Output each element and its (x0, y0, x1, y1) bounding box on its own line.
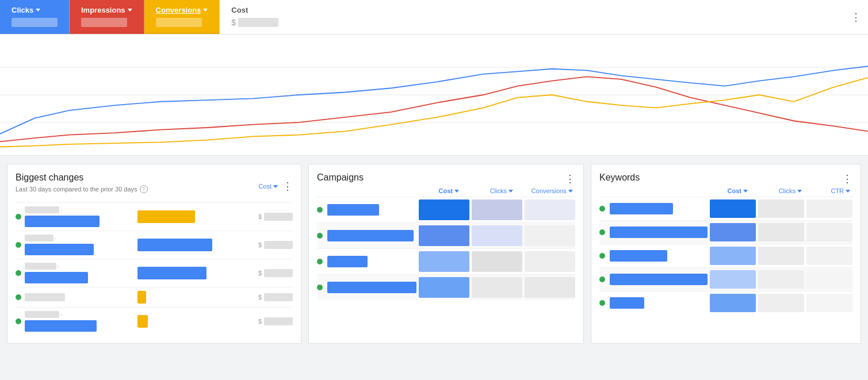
campaign-row-1 (317, 197, 575, 222)
campaign-conv-4 (525, 277, 575, 298)
keywords-rows (599, 197, 852, 314)
keywords-cost-dropdown[interactable] (743, 190, 748, 193)
name-bar-3 (25, 272, 88, 283)
campaign-row-2 (317, 222, 575, 248)
keyword-ctr-5 (806, 294, 852, 312)
name-bar-5 (25, 320, 97, 332)
keyword-row-3 (599, 244, 852, 267)
conversions-line (0, 78, 868, 147)
value-3: $ (247, 269, 293, 277)
campaign-name-3 (327, 256, 416, 267)
change-row-4: $ (16, 287, 293, 307)
green-dot-4 (16, 294, 21, 300)
change-row-3: › $ (16, 259, 293, 287)
campaign-name-2 (327, 230, 416, 241)
campaigns-clicks-col[interactable]: Clicks (461, 187, 513, 194)
sublabel-2: › (25, 235, 134, 241)
keyword-cost-2 (710, 223, 756, 241)
campaigns-header: Campaigns ⋮ (317, 172, 575, 185)
tab-clicks[interactable]: Clicks (0, 0, 70, 34)
keyword-name-5 (610, 297, 708, 309)
keywords-clicks-dropdown[interactable] (797, 190, 802, 193)
keyword-name-4 (610, 274, 708, 285)
tab-conversions[interactable]: Conversions (144, 0, 220, 34)
campaigns-conversions-dropdown[interactable] (568, 190, 573, 193)
campaign-clicks-1 (472, 199, 522, 220)
keywords-ctr-dropdown[interactable] (846, 190, 850, 193)
keyword-cost-4 (710, 270, 756, 289)
biggest-changes-panel: Biggest changes Last 30 days compared to… (7, 164, 301, 344)
impressions-value (81, 18, 127, 27)
bar-group-4 (137, 291, 243, 304)
arrow-5: › (60, 312, 62, 317)
campaign-conv-3 (525, 251, 575, 272)
keywords-ctr-col[interactable]: CTR (804, 187, 850, 194)
sublabel-5: › (25, 311, 134, 318)
cost-col-dropdown[interactable] (273, 185, 278, 188)
campaigns-cost-col[interactable]: Cost (407, 187, 459, 194)
help-icon[interactable]: ? (140, 185, 148, 193)
keywords-col-headers: Cost Clicks CTR (599, 187, 852, 194)
bar-3 (137, 267, 207, 279)
campaign-cost-1 (419, 199, 469, 220)
campaign-clicks-4 (472, 277, 522, 298)
campaign-cost-4 (419, 277, 469, 298)
impressions-dropdown-arrow[interactable] (128, 9, 132, 11)
biggest-changes-cost-label[interactable]: Cost (258, 183, 278, 190)
campaigns-cost-dropdown[interactable] (454, 190, 459, 193)
metric-more-button[interactable]: ⋮ (851, 11, 861, 24)
campaigns-more[interactable]: ⋮ (565, 172, 575, 185)
campaigns-title: Campaigns (317, 172, 364, 183)
green-dot-3 (16, 270, 21, 276)
green-dot-2 (16, 242, 21, 248)
change-label-1: › (25, 206, 134, 227)
keywords-more[interactable]: ⋮ (842, 172, 852, 185)
keyword-cost-3 (710, 247, 756, 265)
biggest-changes-more[interactable]: ⋮ (282, 180, 293, 193)
clicks-dropdown-arrow[interactable] (36, 9, 40, 11)
keywords-cost-col[interactable]: Cost (696, 187, 748, 194)
clicks-value (12, 18, 58, 27)
keyword-cost-1 (710, 199, 756, 218)
bar-2 (137, 239, 212, 251)
change-row-5: › $ (16, 307, 293, 335)
campaign-row-4 (317, 274, 575, 300)
tab-clicks-label: Clicks (12, 6, 58, 14)
keyword-row-5 (599, 291, 852, 314)
metric-tabs: Clicks Impressions Conversions Cost (0, 0, 868, 34)
chart-svg (0, 40, 868, 149)
biggest-changes-header: Biggest changes Last 30 days compared to… (16, 172, 293, 200)
keywords-panel: Keywords ⋮ Cost Clicks CTR (591, 164, 861, 344)
keyword-ctr-1 (806, 199, 852, 218)
keyword-dot-3 (599, 253, 605, 259)
change-label-4 (25, 293, 134, 301)
cost-value: $ (231, 18, 283, 27)
bar-4 (137, 291, 146, 304)
chart-area (0, 34, 868, 155)
value-2: $ (247, 241, 293, 249)
conversions-dropdown-arrow[interactable] (203, 9, 208, 11)
campaigns-conversions-col[interactable]: Conversions (515, 187, 573, 194)
keyword-row-4 (599, 267, 852, 291)
campaigns-clicks-dropdown[interactable] (508, 190, 513, 193)
conversions-value (156, 18, 202, 27)
tab-impressions-label: Impressions (81, 6, 132, 14)
campaigns-rows (317, 197, 575, 300)
name-bar-1 (25, 216, 100, 227)
campaign-dot-3 (317, 259, 323, 264)
keyword-ctr-2 (806, 223, 852, 241)
tab-cost[interactable]: Cost $ (220, 0, 295, 34)
value-1: $ (247, 213, 293, 221)
sublabel-1: › (25, 206, 134, 213)
keywords-header: Keywords ⋮ (599, 172, 852, 185)
tab-impressions[interactable]: Impressions (70, 0, 144, 34)
arrow-2: › (55, 236, 56, 241)
change-label-3: › (25, 263, 134, 283)
arrow-1: › (60, 208, 62, 213)
keyword-dot-4 (599, 277, 605, 282)
value-5: $ (247, 317, 293, 325)
dollar-sign: $ (231, 18, 236, 27)
campaigns-col-headers: Cost Clicks Conversions (317, 187, 575, 194)
keywords-clicks-col[interactable]: Clicks (750, 187, 802, 194)
bar-group-1 (137, 210, 243, 223)
